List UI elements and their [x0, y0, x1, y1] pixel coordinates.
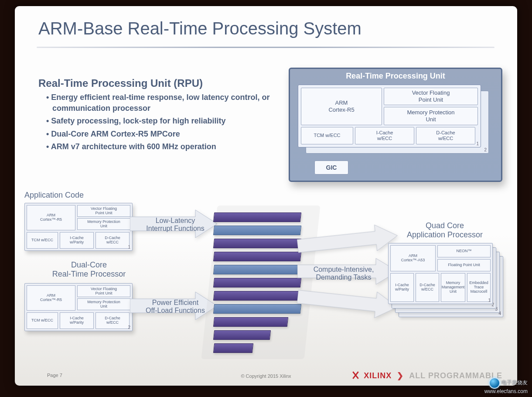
core-number-2: 2 [484, 147, 487, 152]
bar-item [213, 317, 288, 327]
watermark-line1: 电子发烧友 [501, 380, 528, 386]
cell-mpu: Memory Protection Unit [77, 218, 130, 230]
function-bars [214, 212, 308, 356]
cell-fpu: Floating Point Unit [437, 259, 491, 271]
bar-item [213, 330, 271, 340]
cell-arm-cortex-a53: ARM Cortex™-A53 [390, 245, 436, 271]
bar-item [213, 226, 301, 235]
cell-mpu: Memory Protection Unit [77, 298, 130, 310]
cell-arm-cortex-r5: ARM Cortex™-R5 [27, 285, 75, 311]
cell-icache: I-Cache w/Parity [60, 232, 94, 249]
core-number-2: 2 [128, 325, 130, 330]
bar-item [213, 291, 301, 301]
cell-dcache: D-Cache w/ECC [416, 273, 439, 302]
bar-item [213, 304, 301, 314]
rpu-core-front: ARM Cortex-R5 Vector Floating Point Unit… [298, 85, 481, 147]
cell-tcm: TCM w/ECC [27, 232, 58, 249]
core-number-1: 1 [476, 141, 479, 146]
rpu-diagram-title: Real-Time Processing Unit [290, 69, 501, 82]
bar-item [213, 212, 301, 222]
label-power-efficient: Power Efficient Off-Load Functions [136, 299, 215, 315]
cell-arm-cortex-r5: ARM Cortex™-R5 [27, 205, 75, 230]
cell-tcm: TCM w/ECC [27, 312, 58, 329]
rpu-bullet: Safety processing, lock-step for high re… [46, 116, 274, 127]
cell-icache: I-Cache w/Parity [390, 273, 414, 302]
arrow-compute-3 [296, 281, 399, 322]
cell-dcache: D-Cache w/ECC [95, 312, 130, 329]
label-dual-core-rt: Dual-Core Real-Time Processor [45, 260, 133, 279]
r5-core-block-2: ARM Cortex™-R5 Vector Floating Point Uni… [24, 283, 133, 331]
slide-title: ARM-Base Real-Time Processing System [38, 19, 361, 38]
bar-item [213, 265, 301, 274]
label-compute-intensive: Compute-Intensive, Demanding Tasks [304, 266, 383, 281]
footer-brand: XILINX ❯ ALL PROGRAMMABLE [351, 370, 502, 380]
label-low-latency: Low-Latency Interrupt Functions [136, 217, 215, 233]
a53-core-1: ARM Cortex™-A53 NEON™ Floating Point Uni… [388, 243, 493, 304]
rpu-heading: Real-Time Processing Unit (RPU) [38, 77, 274, 89]
bar-item [213, 252, 301, 261]
cell-mmu: Memory Management Unit [441, 273, 465, 302]
bar-item [213, 239, 301, 248]
rpu-core-stack: 2 ARM Cortex-R5 Vector Floating Point Un… [298, 85, 489, 154]
rpu-bullet: ARM v7 architecture with 600 MHz operati… [46, 141, 274, 152]
watermark-icon [489, 377, 500, 389]
core-number-1: 1 [128, 245, 130, 250]
watermark-line2: www.elecfans.com [484, 388, 528, 394]
rpu-text-panel: Real-Time Processing Unit (RPU) Energy e… [38, 77, 274, 154]
bar-item [213, 278, 301, 287]
rpu-bullet: Energy efficient real-time response, low… [46, 92, 274, 114]
cell-vfpu: Vector Floating Point Unit [384, 88, 478, 105]
slide: ARM-Base Real-Time Processing System Rea… [15, 6, 517, 386]
rpu-bullet-list: Energy efficient real-time response, low… [38, 92, 274, 152]
cell-vfpu: Vector Floating Point Unit [77, 205, 130, 217]
cell-arm-cortex-r5: ARM Cortex-R5 [301, 88, 382, 125]
cell-vfpu: Vector Floating Point Unit [77, 285, 130, 297]
core-number: 1 [488, 298, 491, 303]
brand-name: XILINX [364, 371, 392, 380]
rpu-bullet: Dual-Core ARM Cortex-R5 MPCore [46, 129, 274, 140]
title-rule [37, 47, 494, 48]
cell-tcm: TCM w/ECC [301, 127, 353, 144]
label-quad-core: Quad Core Application Processor [397, 221, 493, 240]
r5-core-block-1: ARM Cortex™-R5 Vector Floating Point Uni… [24, 203, 133, 251]
cell-icache: I-Cache w/ECC [355, 127, 414, 144]
cell-gic: GIC [314, 161, 348, 175]
cell-mpu: Memory Protection Unit [384, 107, 478, 125]
cell-dcache: D-Cache w/ECC [95, 232, 130, 249]
a53-quad-stack: 4 3 2 ARM Cortex™-A53 NEON™ Floating Poi… [388, 243, 502, 317]
xilinx-logo-icon [351, 371, 359, 379]
watermark: 电子发烧友 www.elecfans.com [484, 377, 528, 394]
cell-neon: NEON™ [437, 245, 491, 257]
cell-etm: Embedded Trace Macrocell [467, 273, 491, 302]
cell-icache: I-Cache w/Parity [60, 312, 94, 329]
cell-dcache: D-Cache w/ECC [416, 127, 475, 144]
rpu-diagram: Real-Time Processing Unit 2 ARM Cortex-R… [289, 68, 502, 182]
bar-item [213, 343, 253, 353]
chevron-icon: ❯ [394, 371, 406, 380]
label-application-code: Application Code [24, 191, 84, 200]
